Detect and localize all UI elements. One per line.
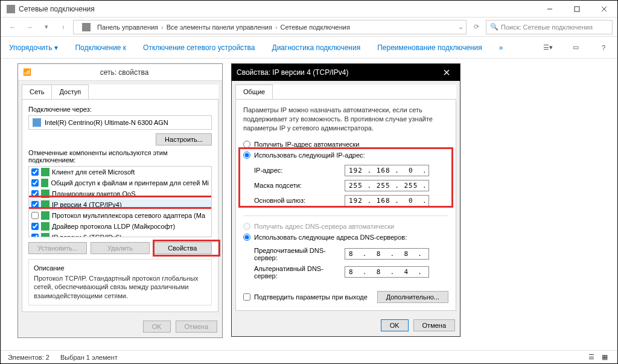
item-label: Планировщик пакетов QoS [52,190,136,197]
checkbox[interactable] [31,223,39,230]
description-text: Протокол TCP/IP. Стандартный протокол гл… [34,274,206,300]
component-icon [41,222,49,231]
dialog-title: Свойства: IP версии 4 (TCP/IPv4) [237,68,438,77]
gateway-input[interactable] [345,195,429,206]
description-group: Описание Протокол TCP/IP. Стандартный пр… [28,259,212,305]
dns-pref-input[interactable] [345,248,429,260]
checkbox[interactable] [31,201,39,208]
status-selected: Выбран 1 элемент [60,354,118,361]
breadcrumb-bar: ← → ▾ ↑ Панель управления › Все элементы… [1,18,617,37]
window-title: Сетевые подключения [19,5,536,13]
maximize-button[interactable] [563,1,590,18]
radio [243,223,250,230]
tab-access[interactable]: Доступ [51,85,89,99]
list-item-selected[interactable]: IP версии 4 (TCP/IPv4) [29,199,211,210]
diagnose-button[interactable]: Диагностика подключения [272,43,361,52]
radio[interactable] [243,234,250,241]
adapter-icon [33,118,41,127]
properties-button[interactable]: Свойства [153,242,212,254]
breadcrumb-seg[interactable]: Все элементы панели управления [165,24,274,31]
list-item[interactable]: Общий доступ к файлам и принтерам для се… [29,177,211,188]
address-bar[interactable]: Панель управления › Все элементы панели … [73,20,467,34]
radio-ip-auto[interactable]: Получить IP-адрес автоматически [243,139,448,150]
details-view-icon[interactable]: ☰ [588,353,597,362]
forward-button[interactable]: → [22,20,37,34]
advanced-button[interactable]: Дополнительно... [377,291,448,303]
confirm-exit-checkbox[interactable]: Подтвердить параметры при выходе [243,290,368,304]
list-item[interactable]: Протокол мультиплексора сетевого адаптер… [29,210,211,221]
close-button[interactable] [438,64,455,81]
search-input[interactable]: 🔍 Поиск: Сетевые подключения [486,20,613,34]
radio-label: Использовать следующий IP-адрес: [254,152,365,159]
connect-to-button[interactable]: Подключение к [75,43,126,52]
back-button[interactable]: ← [5,20,20,34]
breadcrumb-seg[interactable]: Сетевые подключения [279,24,352,31]
dialog-titlebar: Свойства: IP версии 4 (TCP/IPv4) [232,64,460,81]
checkbox[interactable] [31,234,39,237]
dns-alt-input[interactable] [345,266,429,278]
ok-button[interactable]: OK [381,319,409,331]
status-element-count: Элементов: 2 [8,354,49,361]
network-icon: 📶 [23,68,31,76]
radio-label: Получить IP-адрес автоматически [254,141,359,148]
window-titlebar: Сетевые подключения [1,1,617,18]
radio[interactable] [243,141,250,148]
chevron-down-icon[interactable]: ⌄ [458,23,464,31]
radio-dns-manual[interactable]: Использовать следующие адреса DNS-сервер… [243,232,448,243]
cancel-button[interactable]: Отмена [176,321,217,333]
list-item[interactable]: Планировщик пакетов QoS [29,188,211,199]
list-item[interactable]: IP версии 6 (TCP/IPv6) [29,232,211,237]
command-toolbar: Упорядочить ▾ Подключение к Отключение с… [1,37,617,59]
tab-body: Параметры IP можно назначать автоматичес… [235,99,456,311]
list-item[interactable]: Клиент для сетей Microsoft [29,167,211,177]
close-button[interactable] [590,1,617,18]
components-list[interactable]: Клиент для сетей Microsoft Общий доступ … [28,166,212,237]
connect-via-label: Подключение через: [28,106,212,113]
more-menu[interactable]: » [499,43,503,52]
item-label: Протокол мультиплексора сетевого адаптер… [52,212,205,219]
refresh-button[interactable]: ⟳ [469,20,483,34]
app-icon [7,5,15,13]
checkbox[interactable] [31,179,39,187]
radio-label: Использовать следующие адреса DNS-сервер… [254,234,407,241]
cancel-button[interactable]: Отмена [413,319,455,331]
radio-ip-manual[interactable]: Использовать следующий IP-адрес: [243,150,448,161]
breadcrumb-seg[interactable]: Панель управления [95,24,160,31]
remove-button[interactable]: Удалить [91,242,149,254]
rename-button[interactable]: Переименование подключения [377,43,482,52]
checkbox[interactable] [31,168,39,176]
configure-button[interactable]: Настроить... [156,133,212,145]
dns-pref-label: Предпочитаемый DNS-сервер: [254,247,345,261]
ipv4-properties-dialog: Свойства: IP версии 4 (TCP/IPv4) Общие П… [231,63,460,337]
radio-dns-auto: Получить адрес DNS-сервера автоматически [243,221,448,232]
tab-network[interactable]: Сеть [22,85,52,99]
checkbox[interactable] [31,212,39,219]
up-button[interactable]: ↑ [56,20,71,34]
ip-address-label: IP-адрес: [254,167,345,174]
install-button[interactable]: Установить... [28,242,87,254]
tiles-view-icon[interactable]: ▦ [602,353,610,362]
adapter-name: Intel(R) Centrino(R) Ultimate-N 6300 AGN [45,119,168,126]
checkbox[interactable] [243,293,250,301]
subnet-input[interactable] [345,180,429,191]
radio[interactable] [243,152,250,159]
disable-device-button[interactable]: Отключение сетевого устройства [143,43,255,52]
help-icon[interactable]: ? [598,42,609,53]
tab-general[interactable]: Общие [235,85,273,99]
history-dropdown[interactable]: ▾ [39,20,54,34]
checkbox[interactable] [31,190,39,197]
adapter-field: Intel(R) Centrino(R) Ultimate-N 6300 AGN [28,115,212,130]
dns-alt-label: Альтернативный DNS-сервер: [254,265,345,279]
ip-address-input[interactable] [345,165,429,176]
preview-pane-icon[interactable]: ▭ [570,42,581,53]
view-options-icon[interactable]: ☰▾ [543,42,553,53]
item-label: Общий доступ к файлам и принтерам для се… [51,179,209,187]
ok-button[interactable]: OK [143,321,171,333]
info-text: Параметры IP можно назначать автоматичес… [243,106,448,133]
list-item[interactable]: Драйвер протокола LLDP (Майкрософт) [29,221,211,232]
organize-menu[interactable]: Упорядочить ▾ [9,43,58,52]
checkbox-label: Подтвердить параметры при выходе [254,293,368,301]
item-label: Клиент для сетей Microsoft [52,168,135,176]
item-label: IP версии 4 (TCP/IPv4) [52,201,122,208]
minimize-button[interactable] [536,1,563,18]
